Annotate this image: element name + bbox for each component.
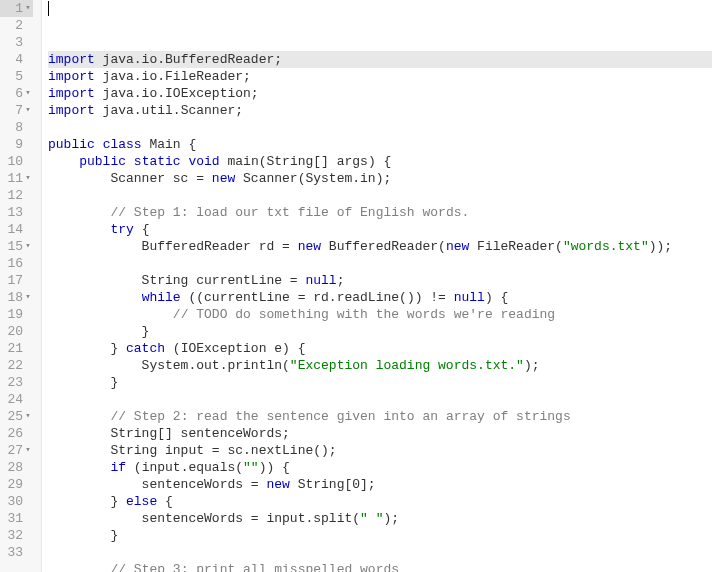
line-number[interactable]: 9	[0, 136, 33, 153]
code-line[interactable]	[48, 119, 712, 136]
line-number[interactable]: 11▾	[0, 170, 33, 187]
token-str: ""	[243, 460, 259, 475]
code-line[interactable]: // TODO do something with the words we'r…	[48, 306, 712, 323]
token-kw: import	[48, 86, 95, 101]
fold-toggle-icon[interactable]: ▾	[23, 238, 33, 255]
fold-toggle-icon[interactable]: ▾	[23, 408, 33, 425]
code-line[interactable]: String currentLine = null;	[48, 272, 712, 289]
token-kw: import	[48, 69, 95, 84]
code-line[interactable]: System.out.println("Exception loading wo…	[48, 357, 712, 374]
code-line[interactable]: }	[48, 323, 712, 340]
line-number[interactable]: 10	[0, 153, 33, 170]
token-kw: new	[298, 239, 321, 254]
line-number-gutter[interactable]: 1▾23456▾7▾891011▾12131415▾161718▾1920212…	[0, 0, 42, 572]
code-line[interactable]: String input = sc.nextLine();	[48, 442, 712, 459]
token-kw: static	[134, 154, 181, 169]
line-number[interactable]: 21	[0, 340, 33, 357]
code-line[interactable]	[48, 544, 712, 561]
line-number[interactable]: 18▾	[0, 289, 33, 306]
code-line[interactable]: sentenceWords = new String[0];	[48, 476, 712, 493]
line-number[interactable]: 2	[0, 17, 33, 34]
line-number[interactable]: 3	[0, 34, 33, 51]
code-line[interactable]: // Step 3: print all misspelled words	[48, 561, 712, 572]
fold-toggle-icon[interactable]: ▾	[23, 442, 33, 459]
token-kw: while	[142, 290, 181, 305]
token-kw: null	[305, 273, 336, 288]
code-line[interactable]: // Step 1: load our txt file of English …	[48, 204, 712, 221]
fold-toggle-icon[interactable]: ▾	[23, 170, 33, 187]
code-line[interactable]: import java.util.Scanner;	[48, 102, 712, 119]
line-number[interactable]: 25▾	[0, 408, 33, 425]
line-number[interactable]: 24	[0, 391, 33, 408]
line-number[interactable]: 16	[0, 255, 33, 272]
line-number[interactable]: 8	[0, 119, 33, 136]
line-number[interactable]: 33	[0, 544, 33, 561]
line-number[interactable]: 14	[0, 221, 33, 238]
line-number[interactable]: 30	[0, 493, 33, 510]
code-line[interactable]: BufferedReader rd = new BufferedReader(n…	[48, 238, 712, 255]
token-kw: new	[446, 239, 469, 254]
code-line[interactable]: } else {	[48, 493, 712, 510]
code-line[interactable]	[48, 255, 712, 272]
fold-toggle-icon[interactable]: ▾	[23, 0, 33, 17]
line-number[interactable]: 28	[0, 459, 33, 476]
fold-toggle-icon[interactable]: ▾	[23, 85, 33, 102]
fold-toggle-icon[interactable]: ▾	[23, 102, 33, 119]
token-str: " "	[360, 511, 383, 526]
code-line[interactable]: import java.io.IOException;	[48, 85, 712, 102]
line-number[interactable]: 5	[0, 68, 33, 85]
line-number[interactable]: 19	[0, 306, 33, 323]
line-number[interactable]: 29	[0, 476, 33, 493]
code-line[interactable]: import java.io.FileReader;	[48, 68, 712, 85]
code-line[interactable]: import java.io.BufferedReader;	[48, 51, 712, 68]
line-number[interactable]: 12	[0, 187, 33, 204]
line-number[interactable]: 7▾	[0, 102, 33, 119]
line-number[interactable]: 20	[0, 323, 33, 340]
token-kw: new	[212, 171, 235, 186]
token-com: // Step 3: print all misspelled words	[110, 562, 399, 572]
code-line[interactable]: }	[48, 527, 712, 544]
code-line[interactable]: // Step 2: read the sentence given into …	[48, 408, 712, 425]
line-number[interactable]: 13	[0, 204, 33, 221]
code-editor[interactable]: 1▾23456▾7▾891011▾12131415▾161718▾1920212…	[0, 0, 712, 572]
code-line[interactable]: public class Main {	[48, 136, 712, 153]
line-number[interactable]: 1▾	[0, 0, 33, 17]
token-com: // Step 2: read the sentence given into …	[110, 409, 570, 424]
token-kw: if	[110, 460, 126, 475]
code-line[interactable]: String[] sentenceWords;	[48, 425, 712, 442]
token-kw: public	[48, 137, 95, 152]
code-line[interactable]: if (input.equals("")) {	[48, 459, 712, 476]
token-com: // Step 1: load our txt file of English …	[110, 205, 469, 220]
code-area[interactable]: import java.io.BufferedReader;import jav…	[42, 0, 712, 572]
fold-toggle-icon[interactable]: ▾	[23, 289, 33, 306]
code-line[interactable]: sentenceWords = input.split(" ");	[48, 510, 712, 527]
line-number[interactable]: 26	[0, 425, 33, 442]
token-kw: public	[79, 154, 126, 169]
line-number[interactable]: 15▾	[0, 238, 33, 255]
line-number[interactable]: 6▾	[0, 85, 33, 102]
code-line[interactable]: while ((currentLine = rd.readLine()) != …	[48, 289, 712, 306]
line-number[interactable]: 4	[0, 51, 33, 68]
text-cursor	[48, 1, 49, 16]
token-kw: class	[103, 137, 142, 152]
token-kw: void	[188, 154, 219, 169]
code-line[interactable]	[48, 391, 712, 408]
code-line[interactable]: Scanner sc = new Scanner(System.in);	[48, 170, 712, 187]
line-number[interactable]: 17	[0, 272, 33, 289]
code-line[interactable]: public static void main(String[] args) {	[48, 153, 712, 170]
line-number[interactable]: 22	[0, 357, 33, 374]
line-number[interactable]: 23	[0, 374, 33, 391]
line-number[interactable]: 27▾	[0, 442, 33, 459]
code-line[interactable]	[48, 187, 712, 204]
token-str: "words.txt"	[563, 239, 649, 254]
token-kw: import	[48, 52, 95, 67]
token-kw: try	[110, 222, 133, 237]
line-number[interactable]: 31	[0, 510, 33, 527]
code-line[interactable]: }	[48, 374, 712, 391]
code-line[interactable]: } catch (IOException e) {	[48, 340, 712, 357]
token-com: // TODO do something with the words we'r…	[173, 307, 555, 322]
token-kw: new	[266, 477, 289, 492]
token-kw: catch	[126, 341, 165, 356]
code-line[interactable]: try {	[48, 221, 712, 238]
line-number[interactable]: 32	[0, 527, 33, 544]
